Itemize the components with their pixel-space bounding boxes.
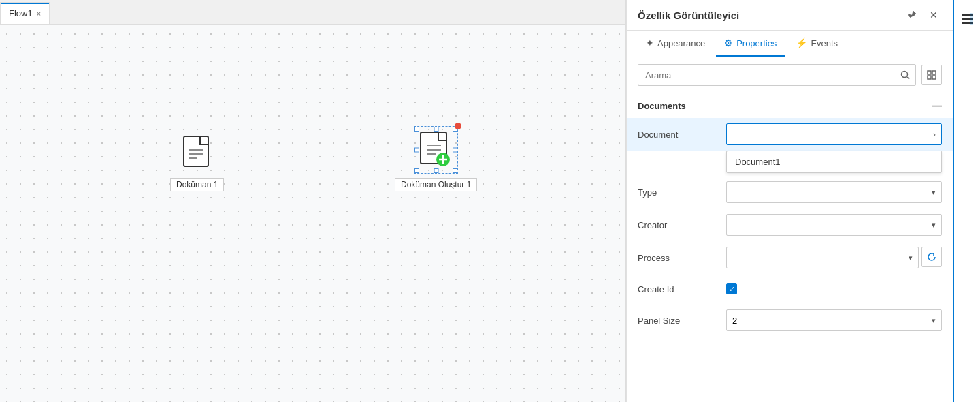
far-right-sidebar (953, 0, 980, 402)
create-id-label: Create Id (638, 284, 726, 294)
tab-close-icon[interactable]: × (37, 10, 41, 18)
creator-property-row: Creator ▾ (627, 208, 953, 241)
process-value: ▾ (726, 247, 942, 268)
tab-events[interactable]: ⚡ Events (787, 31, 846, 57)
close-icon: ✕ (930, 10, 938, 20)
svg-rect-0 (184, 136, 208, 166)
node-1[interactable]: Doküman 1 (170, 133, 224, 191)
panel-tabs: ✦ Appearance ⚙ Properties ⚡ Events (627, 31, 953, 57)
document-property-row: Document › (627, 118, 953, 151)
close-panel-button[interactable]: ✕ (926, 7, 942, 23)
create-id-checkbox[interactable]: ✓ (726, 283, 737, 294)
panel-size-select[interactable]: 2 ▾ (726, 309, 942, 331)
documents-section-title: Documents (638, 101, 686, 111)
search-input-wrapper (638, 64, 916, 86)
flow-tab[interactable]: Flow1 × (0, 2, 50, 24)
process-select[interactable]: ▾ (726, 247, 919, 268)
node-1-label: Doküman 1 (170, 178, 224, 191)
document-label: Document (638, 129, 726, 140)
panel-size-select-text: 2 (732, 315, 737, 326)
properties-content: Documents — Document › Document1 Type (627, 93, 953, 402)
svg-point-11 (902, 72, 908, 78)
type-arrow-icon: ▾ (932, 188, 936, 197)
document-suggestion[interactable]: Document1 (726, 151, 942, 173)
panel-size-property-row: Panel Size 2 ▾ (627, 304, 953, 337)
svg-rect-16 (932, 76, 936, 79)
flow-canvas: Flow1 × Doküman 1 (0, 0, 626, 402)
type-label: Type (638, 187, 726, 198)
process-select-wrapper: ▾ (726, 247, 942, 268)
node-2-icon-wrapper (414, 126, 458, 174)
create-id-value: ✓ (726, 283, 942, 294)
process-arrow-icon: ▾ (909, 253, 913, 262)
process-label: Process (638, 253, 726, 263)
process-refresh-button[interactable] (921, 247, 942, 267)
collapse-button[interactable] (921, 65, 942, 85)
svg-rect-20 (970, 13, 973, 25)
panel-size-value: 2 ▾ (726, 309, 942, 331)
process-property-row: Process ▾ (627, 241, 953, 274)
documents-section-header: Documents — (627, 93, 953, 118)
search-input[interactable] (638, 66, 895, 84)
svg-rect-14 (932, 71, 936, 74)
document-input[interactable]: › (726, 123, 942, 145)
node-2-label: Doküman Oluştur 1 (395, 178, 477, 191)
svg-rect-13 (928, 71, 931, 74)
creator-select[interactable]: ▾ (726, 214, 942, 236)
node-2[interactable]: Doküman Oluştur 1 (395, 126, 477, 191)
pin-button[interactable] (904, 7, 920, 23)
tab-events-label: Events (811, 38, 838, 48)
document-value: › (726, 123, 942, 145)
svg-rect-15 (928, 76, 931, 79)
search-button[interactable] (895, 65, 915, 85)
document-arrow-icon: › (933, 130, 936, 138)
creator-value: ▾ (726, 214, 942, 236)
creator-arrow-icon: ▾ (932, 221, 936, 230)
events-icon: ⚡ (796, 37, 807, 48)
panel-title: Özellik Görüntüleyici (638, 10, 739, 21)
type-property-row: Type ▾ (627, 176, 953, 208)
sidebar-toggle-icon[interactable] (955, 7, 979, 31)
creator-label: Creator (638, 220, 726, 230)
type-select[interactable]: ▾ (726, 181, 942, 203)
section-collapse-button[interactable]: — (932, 100, 942, 111)
create-id-checkbox-wrapper: ✓ (726, 283, 942, 294)
panel-size-label: Panel Size (638, 315, 726, 326)
properties-icon: ⚙ (724, 37, 733, 48)
type-value: ▾ (726, 181, 942, 203)
tab-label: Flow1 (9, 8, 33, 18)
tab-appearance-label: Appearance (657, 38, 705, 48)
search-bar (627, 57, 953, 93)
tab-appearance[interactable]: ✦ Appearance (638, 31, 713, 57)
panel-header-icons: ✕ (904, 7, 942, 23)
svg-line-12 (907, 77, 910, 80)
panel-size-arrow-icon: ▾ (932, 316, 936, 325)
node-1-icon-wrapper (177, 133, 218, 174)
document-suggestion-text: Document1 (735, 157, 780, 167)
tab-bar: Flow1 × (0, 0, 625, 25)
create-id-property-row: Create Id ✓ (627, 274, 953, 304)
panel-header: Özellik Görüntüleyici ✕ (627, 0, 953, 31)
tab-properties-label: Properties (736, 38, 777, 48)
property-panel: Özellik Görüntüleyici ✕ ✦ Appearance ⚙ P… (626, 0, 953, 402)
tab-properties[interactable]: ⚙ Properties (716, 31, 785, 57)
appearance-icon: ✦ (646, 37, 654, 48)
